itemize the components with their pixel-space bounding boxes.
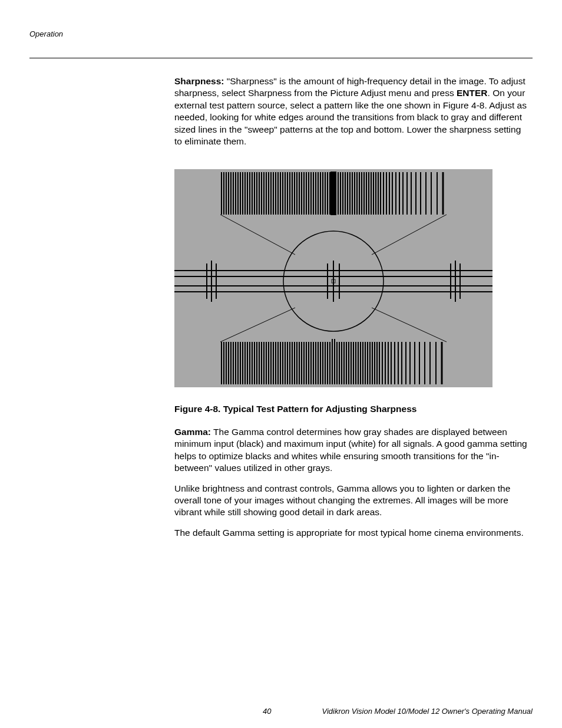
main-content: Sharpness: "Sharpness" is the amount of … [174,75,529,547]
enter-key: ENTER [457,88,488,98]
gamma-paragraph-2: Unlike brightness and contrast controls,… [174,483,529,519]
header-section-label: Operation [29,29,63,38]
test-pattern-figure [174,169,492,387]
gamma-paragraph-3: The default Gamma setting is appropriate… [174,527,529,539]
footer-title: Vidikron Vision Model 10/Model 12 Owner'… [322,707,533,716]
header-rule [29,58,533,58]
sharpness-paragraph: Sharpness: "Sharpness" is the amount of … [174,75,529,148]
gamma-text-1: The Gamma control determines how gray sh… [174,427,527,473]
sharpness-label: Sharpness: [174,76,224,86]
gamma-label: Gamma: [174,427,211,437]
svg-rect-49 [331,172,336,215]
figure-caption: Figure 4-8. Typical Test Pattern for Adj… [174,404,529,414]
gamma-paragraph-1: Gamma: The Gamma control determines how … [174,426,529,475]
page-number: 40 [263,707,271,716]
